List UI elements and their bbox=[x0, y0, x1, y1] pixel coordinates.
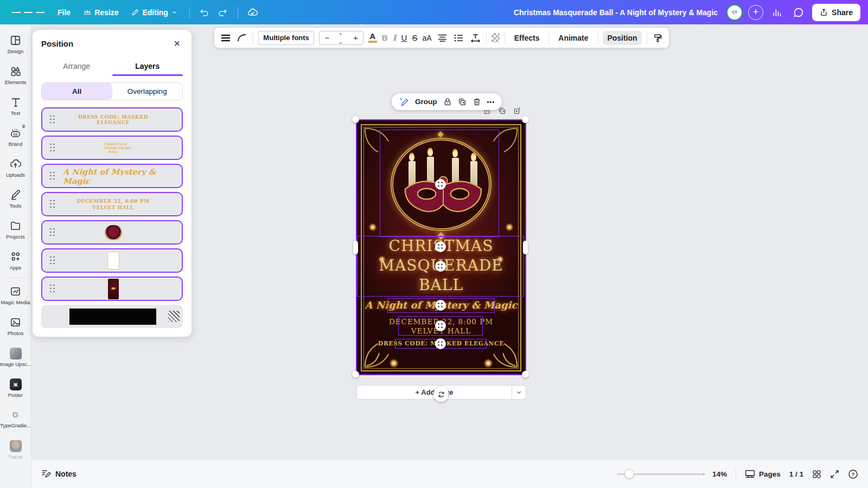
bold-button[interactable]: B bbox=[382, 33, 388, 42]
sidebar-item-brand[interactable]: ♛ co Brand bbox=[1, 121, 31, 152]
layer-row-subtitle[interactable]: A Night of Mystery & Magic bbox=[41, 164, 183, 188]
avatar[interactable]: CT bbox=[726, 4, 743, 21]
sidebar-item-magic-media[interactable]: Magic Media bbox=[1, 280, 31, 311]
text-color-button[interactable]: A bbox=[368, 33, 377, 43]
close-icon[interactable]: ✕ bbox=[171, 37, 183, 50]
duplicate-button[interactable] bbox=[458, 98, 467, 106]
italic-button[interactable]: I bbox=[393, 33, 397, 43]
move-handle[interactable] bbox=[435, 338, 446, 349]
drag-handle-icon[interactable] bbox=[50, 172, 56, 181]
strikethrough-button[interactable]: S bbox=[412, 33, 417, 42]
resize-handle-se[interactable] bbox=[522, 371, 529, 378]
background-color-swatch[interactable] bbox=[69, 309, 156, 325]
help-button[interactable]: ? bbox=[848, 469, 858, 479]
lock-button[interactable] bbox=[443, 98, 452, 106]
text-case-button[interactable]: aA bbox=[422, 34, 431, 42]
drag-handle-icon[interactable] bbox=[50, 200, 56, 209]
sidebar-item-text[interactable]: Text bbox=[1, 91, 31, 121]
tab-arrange[interactable]: Arrange bbox=[41, 57, 112, 76]
main-menu-icon[interactable] bbox=[7, 7, 50, 18]
drag-handle-icon[interactable] bbox=[50, 144, 56, 152]
grid-view-button[interactable] bbox=[812, 470, 821, 479]
tab-layers[interactable]: Layers bbox=[112, 57, 183, 76]
save-status-button[interactable] bbox=[245, 4, 261, 21]
layer-row-background-image[interactable] bbox=[41, 277, 183, 301]
sidebar-item-poster[interactable]: ▣ Poster bbox=[1, 373, 31, 403]
sidebar-item-image-upscaler[interactable]: Image Upsc... bbox=[1, 342, 31, 373]
underline-button[interactable]: U bbox=[401, 33, 407, 42]
move-handle[interactable] bbox=[435, 320, 446, 331]
sidebar-item-tracer[interactable]: Tracer bbox=[1, 434, 31, 465]
filter-overlapping[interactable]: Overlapping bbox=[112, 83, 183, 100]
file-menu[interactable]: File bbox=[52, 5, 76, 20]
drag-handle-icon[interactable] bbox=[50, 228, 56, 237]
effects-button[interactable]: Effects bbox=[510, 31, 544, 45]
sidebar-item-uploads[interactable]: Uploads bbox=[1, 152, 31, 183]
layer-row-date[interactable]: DECEMBER 22, 8:00 PM VELVET HALL bbox=[41, 192, 183, 216]
zoom-slider[interactable] bbox=[617, 473, 704, 475]
add-member-button[interactable]: + bbox=[748, 5, 763, 20]
add-page-icon[interactable] bbox=[513, 107, 521, 115]
file-label: File bbox=[58, 8, 71, 17]
delete-button[interactable] bbox=[473, 98, 481, 106]
filter-all[interactable]: All bbox=[42, 83, 112, 100]
layer-row-dress-code[interactable]: DRESS CODE: MASKED ELEGANCE bbox=[41, 107, 183, 132]
notes-button[interactable]: Notes bbox=[41, 470, 76, 478]
magic-edit-button[interactable] bbox=[399, 97, 409, 107]
layer-row-title[interactable]: CHRISTMAS MASQUERADE BALL bbox=[41, 136, 183, 160]
sidebar-item-photos[interactable]: Photos bbox=[1, 311, 31, 342]
zoom-slider-thumb[interactable] bbox=[624, 469, 634, 479]
text-styles-icon[interactable] bbox=[220, 31, 231, 44]
drag-handle-icon[interactable] bbox=[50, 256, 56, 265]
layer-row-frame-image[interactable] bbox=[41, 248, 183, 273]
drag-handle-icon[interactable] bbox=[50, 285, 56, 293]
zoom-level[interactable]: 14% bbox=[712, 470, 727, 478]
sidebar-item-elements[interactable]: Elements bbox=[1, 60, 31, 91]
add-page-dropdown[interactable] bbox=[512, 386, 526, 399]
sidebar-item-design[interactable]: Design bbox=[1, 29, 31, 60]
editing-mode-button[interactable]: Editing bbox=[126, 5, 182, 20]
duplicate-page-icon[interactable] bbox=[498, 107, 506, 115]
font-size-increase[interactable]: + bbox=[348, 33, 363, 42]
font-family-dropdown[interactable]: Multiple fonts bbox=[258, 31, 315, 45]
fullscreen-button[interactable] bbox=[830, 470, 839, 479]
resize-handle-right[interactable] bbox=[523, 241, 528, 254]
text-align-icon[interactable] bbox=[437, 31, 448, 44]
transparency-pattern-icon[interactable] bbox=[168, 311, 180, 322]
document-title[interactable]: Christmas Masquerade Ball - A Night of M… bbox=[514, 8, 718, 17]
list-icon[interactable] bbox=[453, 31, 464, 44]
redo-button[interactable] bbox=[215, 4, 231, 21]
layer-row-mask-image[interactable] bbox=[41, 220, 183, 245]
text-spacing-icon[interactable] bbox=[469, 31, 481, 44]
copy-style-roller-icon[interactable] bbox=[652, 31, 663, 44]
tracer-icon bbox=[10, 440, 22, 452]
group-button[interactable]: Group bbox=[415, 98, 437, 106]
comments-button[interactable] bbox=[790, 4, 807, 21]
animate-button[interactable]: Animate bbox=[554, 31, 592, 45]
more-options-button[interactable]: ••• bbox=[487, 99, 495, 105]
move-handle[interactable] bbox=[435, 241, 446, 252]
resize-button[interactable]: Resize bbox=[78, 5, 124, 20]
font-size-decrease[interactable]: − bbox=[320, 33, 334, 42]
sidebar-item-typegradient[interactable]: G TypeGradie... bbox=[1, 403, 31, 434]
sidebar-item-projects[interactable]: Projects bbox=[1, 214, 31, 245]
move-handle[interactable] bbox=[435, 261, 446, 272]
resize-handle-left[interactable] bbox=[353, 241, 358, 254]
insights-button[interactable] bbox=[769, 4, 785, 21]
pages-button[interactable]: Pages bbox=[745, 470, 781, 478]
rotate-handle[interactable] bbox=[433, 387, 449, 402]
curve-icon[interactable] bbox=[236, 31, 247, 44]
position-button[interactable]: Position bbox=[603, 31, 641, 45]
transparency-icon[interactable] bbox=[492, 33, 500, 42]
font-size-value[interactable]: - - bbox=[334, 29, 348, 47]
undo-button[interactable] bbox=[196, 4, 213, 21]
move-handle[interactable] bbox=[435, 179, 446, 190]
share-button[interactable]: Share bbox=[812, 4, 860, 21]
resize-handle-ne[interactable] bbox=[522, 116, 529, 123]
sidebar-item-tools[interactable]: Tools bbox=[1, 183, 31, 214]
resize-handle-sw[interactable] bbox=[352, 371, 359, 378]
move-handle[interactable] bbox=[435, 300, 446, 311]
sidebar-item-apps[interactable]: Apps bbox=[1, 245, 31, 276]
resize-handle-nw[interactable] bbox=[352, 116, 359, 123]
drag-handle-icon[interactable] bbox=[50, 115, 56, 124]
